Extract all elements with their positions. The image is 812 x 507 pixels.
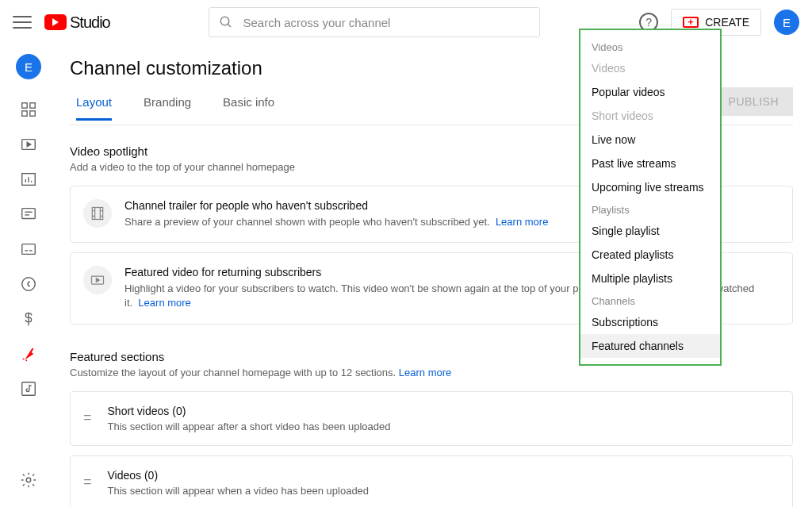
- svg-point-0: [221, 17, 230, 25]
- menu-item-single-playlist[interactable]: Single playlist: [580, 219, 720, 243]
- menu-item-videos: Videos: [580, 56, 720, 80]
- svg-rect-12: [22, 209, 36, 219]
- section-row: = Videos (0) This section will appear wh…: [70, 455, 793, 507]
- menu-item-multiple-playlists[interactable]: Multiple playlists: [580, 267, 720, 290]
- svg-rect-21: [22, 382, 36, 396]
- tab-branding[interactable]: Branding: [144, 95, 191, 118]
- search-placeholder: Search across your channel: [243, 16, 390, 29]
- create-label: CREATE: [705, 16, 749, 29]
- menu-item-created-playlists[interactable]: Created playlists: [580, 243, 720, 267]
- svg-rect-5: [30, 111, 35, 116]
- sidebar: E: [0, 44, 57, 507]
- menu-item-past-live[interactable]: Past live streams: [580, 152, 720, 175]
- svg-point-19: [23, 359, 25, 360]
- menu-item-subscriptions[interactable]: Subscriptions: [580, 310, 720, 334]
- menu-item-upcoming-live[interactable]: Upcoming live streams: [580, 175, 720, 199]
- svg-line-1: [228, 24, 232, 27]
- audio-library-icon[interactable]: [19, 379, 38, 398]
- menu-group-label: Playlists: [580, 199, 720, 219]
- channel-avatar[interactable]: E: [16, 54, 41, 79]
- copyright-icon[interactable]: [19, 275, 38, 294]
- content-icon[interactable]: [19, 135, 38, 154]
- youtube-icon: [44, 14, 67, 30]
- video-icon: [83, 266, 112, 294]
- tab-basic-info[interactable]: Basic info: [223, 95, 274, 118]
- publish-button: PUBLISH: [714, 87, 793, 116]
- svg-rect-23: [92, 208, 102, 220]
- row-title: Short videos (0): [108, 405, 391, 417]
- section-desc: Customize the layout of your channel hom…: [70, 367, 793, 378]
- avatar[interactable]: E: [774, 10, 799, 35]
- svg-rect-2: [22, 103, 27, 108]
- svg-point-20: [25, 359, 27, 361]
- customization-icon[interactable]: [19, 344, 38, 363]
- search-wrap: Search across your channel: [110, 7, 640, 37]
- studio-logo[interactable]: Studio: [44, 13, 110, 32]
- dashboard-icon[interactable]: [19, 100, 38, 119]
- learn-more-link[interactable]: Learn more: [399, 367, 451, 378]
- search-input[interactable]: Search across your channel: [209, 7, 540, 37]
- svg-rect-4: [22, 111, 27, 116]
- monetization-icon[interactable]: [19, 309, 38, 328]
- film-icon: [83, 199, 112, 228]
- search-icon: [219, 15, 233, 29]
- row-desc: This section will appear when a video ha…: [108, 485, 370, 497]
- learn-more-link[interactable]: Learn more: [496, 216, 548, 228]
- svg-marker-7: [27, 142, 31, 147]
- menu-item-short-videos: Short videos: [580, 104, 720, 128]
- learn-more-link[interactable]: Learn more: [138, 297, 190, 309]
- subtitles-icon[interactable]: [19, 240, 38, 259]
- row-desc: This section will appear after a short v…: [108, 421, 391, 432]
- svg-rect-3: [30, 103, 35, 108]
- comments-icon[interactable]: [19, 205, 38, 224]
- svg-marker-31: [96, 278, 99, 282]
- logo-text: Studio: [70, 13, 110, 32]
- add-section-menu: Videos Videos Popular videos Short video…: [579, 29, 722, 366]
- svg-point-18: [22, 278, 36, 291]
- card-desc: Share a preview of your channel shown wi…: [124, 215, 548, 229]
- svg-rect-15: [22, 244, 36, 255]
- menu-item-live-now[interactable]: Live now: [580, 128, 720, 152]
- tab-layout[interactable]: Layout: [76, 95, 112, 121]
- section-row: = Short videos (0) This section will app…: [70, 391, 793, 446]
- drag-handle-icon[interactable]: =: [83, 405, 92, 426]
- svg-point-22: [26, 478, 31, 482]
- featured-sections-block: Featured sections Customize the layout o…: [70, 350, 793, 507]
- hamburger-menu-icon[interactable]: [13, 13, 32, 32]
- menu-item-popular-videos[interactable]: Popular videos: [580, 80, 720, 104]
- menu-item-featured-channels[interactable]: Featured channels: [580, 334, 720, 358]
- menu-group-label: Channels: [580, 290, 720, 310]
- menu-group-label: Videos: [580, 36, 720, 56]
- drag-handle-icon[interactable]: =: [83, 469, 92, 490]
- row-title: Videos (0): [108, 469, 370, 482]
- create-icon: [683, 17, 699, 28]
- card-title: Channel trailer for people who haven't s…: [124, 199, 548, 212]
- analytics-icon[interactable]: [19, 170, 38, 189]
- settings-icon[interactable]: [19, 471, 38, 490]
